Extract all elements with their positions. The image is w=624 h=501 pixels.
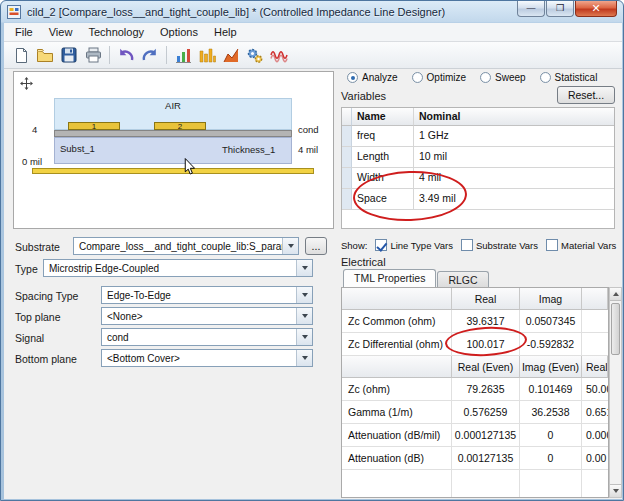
radio-statistical[interactable]: Statistical bbox=[540, 72, 598, 83]
titlebar[interactable]: cild_2 [Compare_loss__and_tight_couple_l… bbox=[1, 1, 624, 23]
value-cell bbox=[582, 310, 608, 333]
new-document-icon[interactable] bbox=[9, 44, 33, 66]
row-gutter bbox=[342, 126, 352, 147]
window-controls: — ❒ ✕ bbox=[517, 1, 617, 17]
tab-rlgc[interactable]: RLGC bbox=[437, 271, 488, 287]
conductor-2[interactable]: 2 bbox=[154, 122, 206, 130]
area-chart-icon[interactable] bbox=[219, 44, 243, 66]
bottom-plane-select[interactable]: <Bottom Cover> bbox=[101, 349, 313, 367]
value-cell bbox=[452, 470, 520, 498]
checkbox-label: Material Vars bbox=[561, 240, 616, 251]
var-nominal[interactable]: 1 GHz bbox=[414, 126, 614, 147]
row-label: Attenuation (dB/mil) bbox=[342, 424, 452, 447]
table-row-attenuation-dbmil: Attenuation (dB/mil) 0.000127135 0 0.000 bbox=[342, 424, 608, 447]
checkbox-line-type-vars[interactable]: Line Type Vars bbox=[375, 239, 453, 251]
checkbox-material-vars[interactable]: Material Vars bbox=[546, 239, 616, 251]
mouse-cursor-icon bbox=[184, 158, 195, 177]
checkbox-icon bbox=[375, 239, 387, 251]
checkbox-label: Substrate Vars bbox=[476, 240, 538, 251]
substrate-value: Compare_loss__and_tight_couple_lib:S_par… bbox=[74, 240, 282, 252]
menu-options[interactable]: Options bbox=[152, 24, 206, 40]
column-header-name[interactable]: Name bbox=[352, 108, 414, 126]
menu-view[interactable]: View bbox=[41, 24, 81, 40]
var-name: freq bbox=[352, 126, 414, 147]
table-row-length[interactable]: Length 10 mil bbox=[342, 147, 614, 168]
cross-section-canvas[interactable]: AIR 1 2 Subst_1 Thickness_1 cond 4 mil 4… bbox=[13, 71, 334, 229]
substrate-browse-button[interactable]: ... bbox=[305, 237, 327, 255]
chevron-down-icon bbox=[296, 287, 312, 303]
value-cell: 0.0507345 bbox=[520, 310, 582, 333]
spacing-type-label: Spacing Type bbox=[15, 290, 78, 302]
toolbar-separator bbox=[109, 46, 110, 64]
scroll-down-button[interactable] bbox=[610, 484, 621, 497]
cond-layer[interactable] bbox=[54, 130, 292, 137]
menu-technology[interactable]: Technology bbox=[80, 24, 152, 40]
value-cell: -0.592832 bbox=[520, 333, 582, 356]
spacing-type-value: Edge-To-Edge bbox=[102, 289, 296, 301]
var-nominal[interactable]: 10 mil bbox=[414, 147, 614, 168]
show-filters: Show: Line Type Vars Substrate Vars Mate… bbox=[341, 239, 616, 251]
tab-tml-properties[interactable]: TML Properties bbox=[343, 269, 436, 287]
value-cell bbox=[582, 333, 608, 356]
histogram-chart-icon[interactable] bbox=[195, 44, 219, 66]
value-cell bbox=[582, 470, 608, 498]
menu-bar: File View Technology Options Help bbox=[4, 23, 622, 42]
radio-optimize[interactable]: Optimize bbox=[412, 72, 466, 83]
top-plane-select[interactable]: <None> bbox=[101, 307, 313, 325]
undo-icon[interactable] bbox=[114, 44, 138, 66]
thickness-value: 4 mil bbox=[298, 144, 318, 155]
gears-icon[interactable] bbox=[243, 44, 267, 66]
column-header-nominal[interactable]: Nominal bbox=[414, 108, 614, 126]
app-icon bbox=[7, 5, 21, 19]
type-label: Type bbox=[15, 263, 38, 275]
radio-label: Sweep bbox=[495, 72, 526, 83]
waveform-icon[interactable] bbox=[267, 44, 291, 66]
value-cell: 0.576259 bbox=[452, 401, 520, 424]
header-cell bbox=[582, 288, 608, 310]
radio-label: Analyze bbox=[362, 72, 398, 83]
menu-file[interactable]: File bbox=[7, 24, 41, 40]
variables-header-row: Name Nominal bbox=[342, 108, 614, 126]
value-cell: 0.000127135 bbox=[452, 424, 520, 447]
scroll-up-button[interactable] bbox=[610, 288, 621, 301]
substrate-select[interactable]: Compare_loss__and_tight_couple_lib:S_par… bbox=[73, 237, 299, 255]
reset-button[interactable]: Reset... bbox=[557, 86, 615, 104]
table-scrollbar[interactable] bbox=[609, 287, 622, 498]
radio-label: Optimize bbox=[427, 72, 466, 83]
radio-icon bbox=[412, 72, 423, 83]
chevron-down-icon bbox=[296, 350, 312, 366]
chevron-down-icon bbox=[296, 329, 312, 345]
row-label: Zc Differential (ohm) bbox=[342, 333, 452, 356]
conductor-1[interactable]: 1 bbox=[68, 122, 120, 130]
spacing-type-select[interactable]: Edge-To-Edge bbox=[101, 286, 313, 304]
maximize-button[interactable]: ❒ bbox=[546, 1, 574, 17]
chevron-down-icon bbox=[296, 260, 312, 276]
minimize-button[interactable]: — bbox=[517, 1, 545, 17]
table-row-freq[interactable]: freq 1 GHz bbox=[342, 126, 614, 147]
close-button[interactable]: ✕ bbox=[575, 1, 617, 17]
toolbar bbox=[4, 42, 622, 69]
substrate-label: Substrate bbox=[15, 241, 60, 253]
radio-icon bbox=[480, 72, 491, 83]
checkbox-substrate-vars[interactable]: Substrate Vars bbox=[461, 239, 538, 251]
up-arrow-icon bbox=[613, 292, 619, 296]
signal-value: cond bbox=[102, 331, 296, 343]
bottom-cover-layer[interactable] bbox=[32, 168, 314, 174]
app-window: cild_2 [Compare_loss__and_tight_couple_l… bbox=[0, 0, 624, 501]
menu-help[interactable]: Help bbox=[206, 24, 245, 40]
bar-chart-icon[interactable] bbox=[171, 44, 195, 66]
redo-icon[interactable] bbox=[138, 44, 162, 66]
radio-analyze[interactable]: Analyze bbox=[347, 72, 398, 83]
bottom-plane-label: Bottom plane bbox=[15, 353, 77, 365]
variables-title: Variables bbox=[341, 90, 386, 102]
save-icon[interactable] bbox=[57, 44, 81, 66]
open-folder-icon[interactable] bbox=[33, 44, 57, 66]
electrical-header-mode: Real (Even) Imag (Even) Real ( bbox=[342, 356, 608, 378]
value-cell: 0.651 bbox=[582, 401, 608, 424]
print-icon[interactable] bbox=[81, 44, 105, 66]
radio-sweep[interactable]: Sweep bbox=[480, 72, 526, 83]
type-select[interactable]: Microstrip Edge-Coupled bbox=[43, 259, 313, 277]
signal-select[interactable]: cond bbox=[101, 328, 313, 346]
move-icon bbox=[20, 77, 33, 92]
scrollbar-thumb[interactable] bbox=[611, 303, 620, 355]
